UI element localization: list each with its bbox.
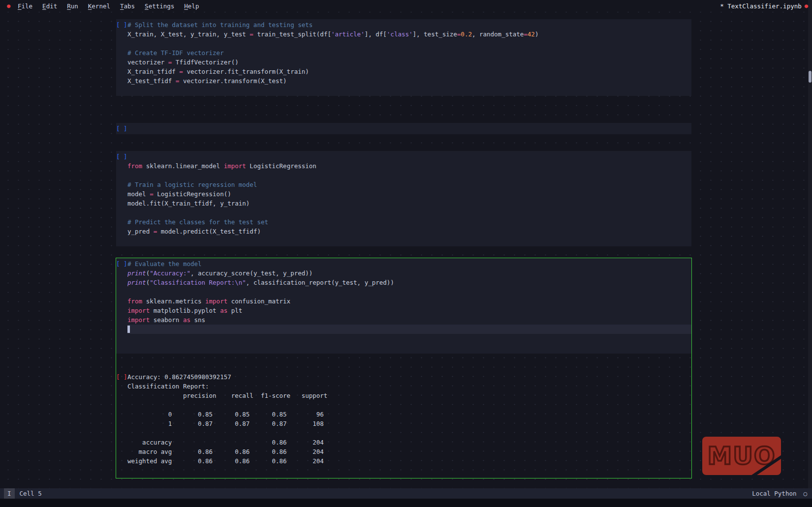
scrollbar-track[interactable] (808, 0, 812, 507)
code-editor[interactable]: # Evaluate the modelprint("Accuracy:", a… (127, 259, 691, 353)
cells: [ ]# Split the dataset into training and… (116, 19, 692, 478)
menu-tabs[interactable]: Tabs (120, 2, 135, 10)
code-cell-3[interactable]: [ ]from sklearn.linear_model import Logi… (116, 150, 692, 247)
code-cell-4[interactable]: [ ]# Evaluate the modelprint("Accuracy:"… (116, 258, 692, 478)
menu-kernel[interactable]: Kernel (88, 2, 110, 10)
output-prompt: [ ] (116, 372, 127, 382)
input-prompt: [ ] (116, 124, 127, 133)
vim-mode-indicator: I (4, 488, 15, 499)
window-title: * TextClassifier.ipynb ● (720, 0, 808, 12)
footer-strip (0, 499, 812, 507)
kernel-name[interactable]: Local Python (752, 490, 796, 497)
notebook-area: [ ]# Split the dataset into training and… (0, 12, 812, 488)
close-button-icon[interactable]: ● (7, 2, 10, 9)
menu-settings[interactable]: Settings (145, 2, 174, 10)
input-prompt: [ ] (116, 152, 127, 161)
muo-watermark: MUO (702, 437, 781, 475)
text-cursor (127, 326, 130, 333)
menubar: ● FileEditRunKernelTabsSettingsHelp * Te… (0, 0, 812, 12)
input-prompt: [ ] (116, 20, 127, 30)
code-editor[interactable]: from sklearn.linear_model import Logisti… (127, 152, 691, 245)
cell-output: Accuracy: 0.8627450980392157 Classificat… (127, 372, 327, 466)
input-prompt: [ ] (116, 259, 127, 268)
scrollbar-thumb[interactable] (809, 71, 812, 83)
code-editor[interactable]: # Split the dataset into training and te… (127, 20, 691, 95)
statusbar: I Cell 5 Local Python ○ (0, 488, 812, 499)
menu-edit[interactable]: Edit (42, 2, 57, 10)
notebook-filename: * TextClassifier.ipynb (720, 2, 802, 10)
menu-help[interactable]: Help (184, 2, 199, 10)
kernel-status-icon: ○ (803, 490, 807, 497)
menu-file[interactable]: File (18, 2, 32, 10)
code-cell-1[interactable]: [ ]# Split the dataset into training and… (116, 19, 692, 96)
code-editor[interactable] (127, 124, 691, 133)
code-cell-2[interactable]: [ ] (116, 122, 692, 135)
muo-logo-text: MUO (708, 444, 776, 468)
modified-indicator-icon: ● (805, 2, 808, 9)
menu-items: FileEditRunKernelTabsSettingsHelp (18, 2, 199, 10)
statusbar-right: Local Python ○ (752, 490, 807, 497)
cell-position-indicator: Cell 5 (20, 490, 42, 497)
menu-run[interactable]: Run (67, 2, 78, 10)
statusbar-left: I Cell 5 (4, 488, 42, 499)
